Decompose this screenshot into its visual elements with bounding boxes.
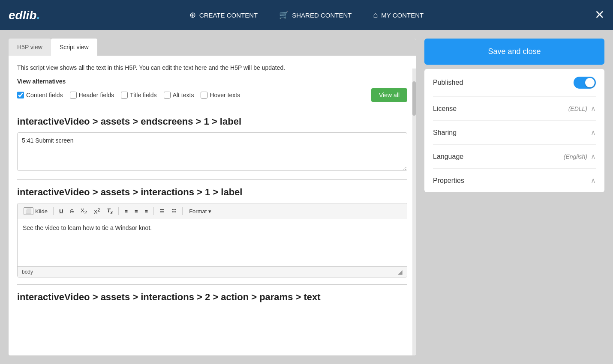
editor-toolbar: ⬜ Kilde U S X2 X2 Tx ≡ ≡ ≡ ☰ ☷ xyxy=(18,203,407,219)
language-value: (English) xyxy=(564,153,587,160)
underline-button[interactable]: U xyxy=(57,207,66,216)
properties-label: Properties xyxy=(433,177,464,185)
unordered-list-button[interactable]: ☰ xyxy=(157,207,167,216)
editor-statusbar: body ◢ xyxy=(18,266,407,277)
field3-path: interactiveVideo > assets > interactions… xyxy=(17,292,407,303)
plus-circle-icon: ⊕ xyxy=(189,10,196,20)
editor-body[interactable]: See the video to learn how to tie a Wind… xyxy=(18,219,407,266)
logo-text: edlib. xyxy=(9,8,40,22)
field2-path: interactiveVideo > assets > interactions… xyxy=(17,187,407,198)
create-content-nav[interactable]: ⊕ CREATE CONTENT xyxy=(189,10,258,20)
checkbox-content-fields[interactable]: Content fields xyxy=(17,92,63,98)
sidebar-card: Published License (EDLL) ∧ Sharing ∧ xyxy=(424,69,604,192)
logo: edlib. xyxy=(9,8,40,22)
shared-content-nav[interactable]: 🛒 SHARED CONTENT xyxy=(279,10,352,20)
strikethrough-button[interactable]: S xyxy=(67,207,76,216)
ordered-list-button[interactable]: ☷ xyxy=(169,207,179,216)
field1-path: interactiveVideo > assets > endscreens >… xyxy=(17,116,407,127)
my-content-label: MY CONTENT xyxy=(381,12,424,19)
toolbar-divider-2 xyxy=(118,207,119,215)
home-icon: ⌂ xyxy=(373,11,378,20)
rich-editor: ⬜ Kilde U S X2 X2 Tx ≡ ≡ ≡ ☰ ☷ xyxy=(17,203,407,277)
license-value: (EDLL) xyxy=(568,105,587,112)
view-alternatives-label: View alternatives xyxy=(17,78,407,85)
save-close-button[interactable]: Save and close xyxy=(424,39,604,65)
divider-3 xyxy=(17,284,407,285)
license-label: License xyxy=(433,105,457,113)
format-clear-button[interactable]: Tx xyxy=(104,206,115,216)
alt-texts-checkbox[interactable] xyxy=(164,92,171,98)
hover-texts-checkbox[interactable] xyxy=(201,92,207,98)
my-content-nav[interactable]: ⌂ MY CONTENT xyxy=(373,11,424,20)
published-label: Published xyxy=(433,79,463,87)
language-chevron-icon: ∧ xyxy=(591,152,596,161)
script-description: This script view shows all the text in t… xyxy=(17,64,407,71)
divider-1 xyxy=(17,109,407,109)
source-button[interactable]: ⬜ Kilde xyxy=(21,206,50,216)
checkbox-header-fields[interactable]: Header fields xyxy=(70,92,114,98)
language-label: Language xyxy=(433,153,463,161)
license-chevron-icon: ∧ xyxy=(591,104,596,113)
published-toggle[interactable] xyxy=(574,77,596,89)
format-dropdown-arrow: ▾ xyxy=(208,208,211,215)
close-button[interactable]: ✕ xyxy=(595,9,604,21)
create-content-label: CREATE CONTENT xyxy=(199,12,258,19)
properties-chevron-icon: ∧ xyxy=(591,176,596,185)
right-panel: Save and close Published License (EDLL) … xyxy=(424,39,604,355)
sharing-row[interactable]: Sharing ∧ xyxy=(433,121,596,145)
published-row: Published xyxy=(433,69,596,97)
content-fields-checkbox[interactable] xyxy=(17,92,24,98)
header-fields-checkbox[interactable] xyxy=(70,92,77,98)
resize-handle-icon: ◢ xyxy=(398,269,403,275)
superscript-button[interactable]: X2 xyxy=(91,206,103,216)
checkbox-title-fields[interactable]: Title fields xyxy=(121,92,157,98)
align-left-button[interactable]: ≡ xyxy=(122,207,130,216)
sharing-label: Sharing xyxy=(433,129,457,137)
align-right-button[interactable]: ≡ xyxy=(142,207,151,216)
license-row[interactable]: License (EDLL) ∧ xyxy=(433,97,596,121)
checkboxes-row: Content fields Header fields Title field… xyxy=(17,88,407,102)
shared-content-label: SHARED CONTENT xyxy=(292,12,352,19)
nav-center: ⊕ CREATE CONTENT 🛒 SHARED CONTENT ⌂ MY C… xyxy=(189,10,424,20)
tabs-bar: H5P view Script view xyxy=(9,39,416,56)
tab-h5p-view[interactable]: H5P view xyxy=(9,39,51,56)
toolbar-divider-3 xyxy=(153,207,154,215)
scrollbar-thumb[interactable] xyxy=(412,81,416,116)
tab-script-view[interactable]: Script view xyxy=(51,39,97,56)
properties-row[interactable]: Properties ∧ xyxy=(433,169,596,192)
left-panel: H5P view Script view This script view sh… xyxy=(9,39,416,355)
view-alternatives-section: View alternatives Content fields Header … xyxy=(17,78,407,102)
view-all-button[interactable]: View all xyxy=(371,88,407,102)
cart-icon: 🛒 xyxy=(279,10,288,20)
scrollbar-track[interactable] xyxy=(412,69,416,355)
divider-2 xyxy=(17,179,407,180)
title-fields-checkbox[interactable] xyxy=(121,92,128,98)
main-area: H5P view Script view This script view sh… xyxy=(0,30,613,364)
checkbox-hover-texts[interactable]: Hover texts xyxy=(201,92,240,98)
script-content: This script view shows all the text in t… xyxy=(9,56,416,355)
toolbar-divider-1 xyxy=(53,207,54,215)
top-navigation: edlib. ⊕ CREATE CONTENT 🛒 SHARED CONTENT… xyxy=(0,0,613,30)
sharing-chevron-icon: ∧ xyxy=(591,128,596,137)
checkbox-alt-texts[interactable]: Alt texts xyxy=(164,92,194,98)
toolbar-divider-4 xyxy=(182,207,183,215)
align-center-button[interactable]: ≡ xyxy=(132,207,141,216)
statusbar-element-label: body xyxy=(22,269,33,275)
toggle-slider xyxy=(574,77,596,89)
source-icon: ⬜ xyxy=(24,207,33,215)
subscript-button[interactable]: X2 xyxy=(78,206,90,216)
language-row[interactable]: Language (English) ∧ xyxy=(433,145,596,169)
format-dropdown[interactable]: Format ▾ xyxy=(186,207,215,216)
field1-textarea[interactable]: 5:41 Submit screen xyxy=(17,132,407,171)
